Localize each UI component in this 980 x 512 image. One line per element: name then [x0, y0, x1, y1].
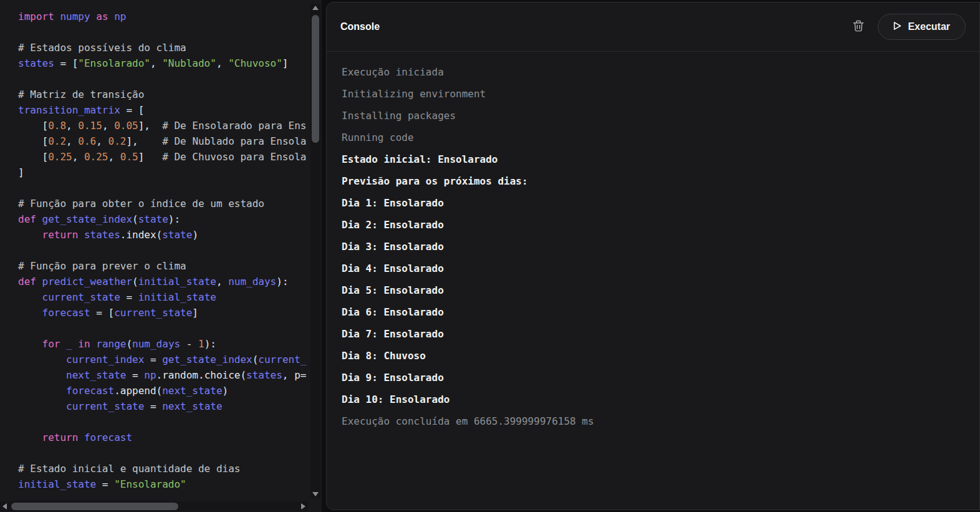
console-line-output: Dia 6: Ensolarado — [342, 301, 964, 323]
code-line: return states.index(state) — [18, 227, 322, 243]
code-line: import numpy as np — [18, 9, 322, 24]
console-line-system: Installing packages — [342, 105, 964, 127]
console-line-output: Dia 9: Ensolarado — [342, 367, 964, 389]
code-line: forecast = [current_state] — [18, 305, 322, 321]
code-line: next_state = np.random.choice(states, p= — [18, 367, 322, 383]
code-line — [18, 180, 322, 196]
code-line — [18, 71, 322, 87]
console-panel: Console — [326, 2, 980, 510]
code-line: # Função para obter o índice de um estad… — [18, 196, 322, 211]
code-line: def get_state_index(state): — [18, 211, 322, 227]
code-line: transition_matrix = [ — [18, 102, 322, 118]
code-line — [18, 321, 322, 336]
console-line-output: Dia 1: Ensolarado — [342, 192, 964, 214]
console-title: Console — [340, 21, 380, 32]
console-line-output: Dia 3: Ensolarado — [342, 236, 964, 258]
run-button[interactable]: Executar — [878, 14, 966, 40]
code-line: def predict_weather(initial_state, num_d… — [18, 274, 322, 289]
code-line: [0.8, 0.15, 0.05], # De Ensolarado para … — [18, 118, 322, 133]
trash-icon — [853, 20, 864, 34]
console-line-system: Execução iniciada — [342, 61, 964, 83]
code-line: [0.2, 0.6, 0.2], # De Nublado para Ensol… — [18, 133, 322, 149]
clear-console-button[interactable] — [849, 16, 868, 37]
vertical-scroll-thumb[interactable] — [312, 15, 319, 143]
code-line: current_state = initial_state — [18, 289, 322, 305]
code-line: # Matriz de transição — [18, 87, 322, 102]
code-line — [18, 414, 322, 430]
code-line: # Estados possíveis do clima — [18, 40, 322, 56]
code-line: [0.25, 0.25, 0.5] # De Chuvoso para Enso… — [18, 149, 322, 165]
editor-vertical-scrollbar[interactable] — [310, 4, 320, 498]
console-line-output: Previsão para os próximos dias: — [342, 170, 964, 192]
code-line: initial_state = "Ensolarado" — [18, 476, 322, 492]
run-button-label: Executar — [908, 21, 950, 32]
console-line-output: Estado inicial: Ensolarado — [342, 148, 964, 170]
console-line-output: Dia 2: Ensolarado — [342, 214, 964, 236]
console-line-output: Dia 7: Ensolarado — [342, 323, 964, 345]
console-line-output: Dia 8: Chuvoso — [342, 345, 964, 367]
console-line-output: Dia 5: Ensolarado — [342, 279, 964, 301]
scroll-left-arrow-icon[interactable] — [2, 503, 7, 510]
horizontal-scroll-thumb[interactable] — [11, 503, 178, 510]
console-line-system: Execução concluída em 6665.399999976158 … — [342, 410, 964, 432]
code-line — [18, 445, 322, 461]
console-line-system: Running code — [342, 127, 964, 148]
console-header-actions: Executar — [849, 14, 966, 40]
code-line: # Estado inicial e quantidade de dias — [18, 461, 322, 476]
app: import numpy as np # Estados possíveis d… — [0, 0, 980, 512]
console-line-output: Dia 4: Ensolarado — [342, 258, 964, 279]
scroll-down-arrow-icon[interactable] — [312, 492, 319, 496]
code-line — [18, 243, 322, 258]
code-line: forecast.append(next_state) — [18, 383, 322, 398]
code-line — [18, 24, 322, 40]
console-output: Execução iniciadaInitializing environmen… — [327, 52, 979, 510]
code-editor[interactable]: import numpy as np # Estados possíveis d… — [0, 0, 322, 512]
scroll-up-arrow-icon[interactable] — [312, 6, 319, 10]
code-content: import numpy as np # Estados possíveis d… — [0, 0, 322, 492]
code-line: for _ in range(num_days - 1): — [18, 336, 322, 352]
code-line: current_state = next_state — [18, 398, 322, 414]
console-line-output: Dia 10: Ensolarado — [342, 389, 964, 410]
code-line: # Função para prever o clima — [18, 258, 322, 274]
code-line: ] — [18, 165, 322, 180]
code-line: current_index = get_state_index(current_ — [18, 352, 322, 367]
console-line-system: Initializing environment — [342, 83, 964, 105]
scroll-right-arrow-icon[interactable] — [301, 503, 305, 510]
editor-horizontal-scrollbar[interactable] — [0, 501, 308, 511]
console-header: Console — [327, 2, 979, 52]
code-line: return forecast — [18, 430, 322, 445]
code-line: states = ["Ensolarado", "Nublado", "Chuv… — [18, 56, 322, 71]
play-icon — [893, 21, 901, 33]
